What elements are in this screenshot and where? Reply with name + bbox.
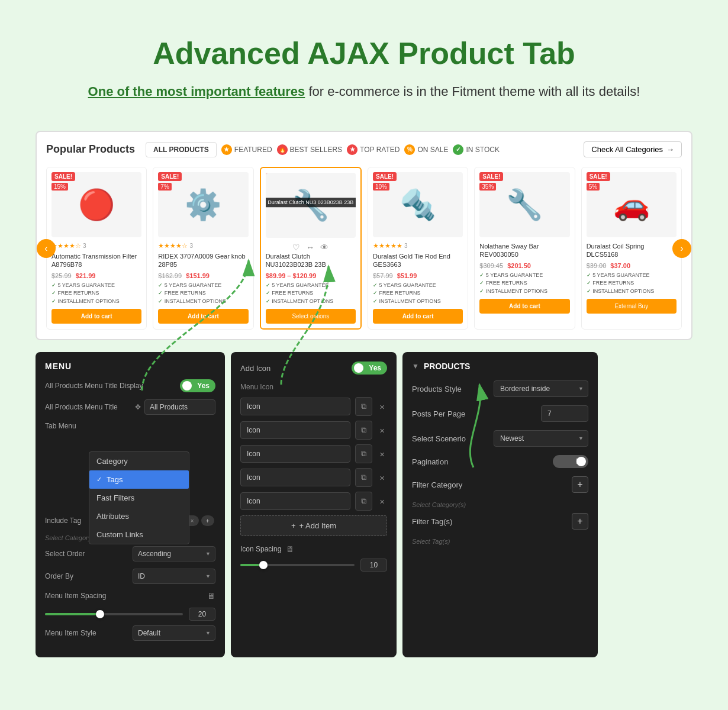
mid-panel: Add Icon Yes Menu Icon ⧉ × ⧉ × ⧉ × ⧉ × ⧉ [231,352,397,657]
icon-input-3[interactable] [240,445,350,463]
dropdown-label: Custom Links [96,530,143,539]
icon-remove-button-4[interactable]: × [377,470,387,485]
filter-tags-add-button[interactable]: + [572,513,588,530]
order-by-select[interactable]: ID Date Title [133,569,215,584]
menu-title-label: All Products Menu Title [45,403,135,411]
icon-input-5[interactable] [240,492,350,510]
tab-in-stock[interactable]: ✓ IN STOCK [453,144,499,155]
menu-icon-label: Menu Icon [240,383,387,391]
posts-per-page-input[interactable] [541,405,588,422]
main-title: Advanced AJAX Product Tab [12,36,716,71]
add-icon-row: Add Icon Yes [240,362,387,375]
in-stock-icon: ✓ [453,144,463,155]
menu-title-input[interactable] [144,399,215,415]
select-options-button[interactable]: Select options [266,309,356,324]
price-old: $39.00 [587,262,607,269]
external-buy-button[interactable]: External Buy [587,299,677,314]
filter-category-add-button[interactable]: + [572,476,588,493]
icon-input-2[interactable] [240,421,350,439]
add-to-cart-button[interactable]: Add to cart [51,309,141,324]
menu-style-select[interactable]: Default [133,625,215,641]
products-style-label: Products Style [412,385,462,393]
filter-category-row: Filter Category + [412,476,588,493]
products-style-row: Products Style Bordered inside [412,380,588,397]
tab-featured[interactable]: ★ FEATURED [221,144,272,155]
dropdown-item-custom-links[interactable]: Custom Links [89,525,189,544]
slider-thumb[interactable] [96,610,104,618]
price-new: $201.50 [507,262,531,269]
add-to-cart-button[interactable]: Add to cart [479,299,569,314]
add-icon-label: Add Icon [240,364,270,373]
product-image: 🔩 [373,172,463,237]
panels-area: MENU All Products Menu Title Display Yes… [36,352,692,657]
icon-copy-button-1[interactable]: ⧉ [355,397,372,416]
product-card-highlighted: SALE! 10% 🔧 Duralast Clutch NU3 023B023B… [260,167,362,330]
dropdown-item-attributes[interactable]: Attributes [89,507,189,525]
sale-badge: SALE! [158,172,182,181]
add-to-cart-button[interactable]: Add to cart [373,309,463,324]
pagination-toggle[interactable]: No [553,455,588,468]
compare-icon[interactable]: ↔ [306,243,314,252]
add-item-button[interactable]: + + Add Item [240,515,387,536]
tab-on-sale[interactable]: % ON SALE [404,144,448,155]
icon-input-1[interactable] [240,398,350,415]
tag-add-chip[interactable]: + [201,515,214,526]
tab-header: Popular Products ALL PRODUCTS ★ FEATURED… [46,141,682,157]
spacing-slider-track[interactable] [45,613,183,615]
move-icon: ✥ [135,403,141,411]
collapse-icon[interactable]: ▼ [412,362,419,370]
product-name: Duralast Gold Tie Rod End GES3663 [373,252,463,269]
price-old: $25.99 [51,272,72,279]
product-image: 🔧 Duralast Clutch NU3 023B023B 23B [266,173,356,238]
icon-copy-button-5[interactable]: ⧉ [355,492,372,511]
icon-copy-button-2[interactable]: ⧉ [355,421,372,440]
tab-menu-dropdown[interactable]: Category ✓ Tags Fast Filters Attributes … [89,451,189,544]
product-image: 🔴 [51,172,141,237]
price-old: $57.99 [373,272,393,279]
tag-remove-icon[interactable]: × [191,518,194,524]
product-image: 🚗 [587,172,677,237]
product-img-placeholder: 🔩 [400,188,436,222]
price-new: $37.00 [610,262,630,269]
tab-top-rated[interactable]: ★ TOP RATED [347,144,400,155]
price-old: $162.99 [158,272,182,279]
tab-all-products[interactable]: ALL PRODUCTS [146,142,217,157]
icon-slider-track[interactable] [240,564,355,566]
product-price: $57.99 $51.99 [373,272,463,279]
icon-remove-button-2[interactable]: × [377,423,387,438]
products-style-select[interactable]: Bordered inside [494,380,588,397]
wishlist-icon[interactable]: ♡ [292,243,300,252]
menu-title-row: All Products Menu Title ✥ [45,399,215,415]
dropdown-label: Category [96,457,128,466]
view-icon[interactable]: 👁 [320,243,328,252]
select-order-select[interactable]: Ascending Descending [133,546,215,561]
header-section: Advanced AJAX Product Tab One of the mos… [0,0,728,119]
products-row: SALE! 15% 🔴 ★★★★☆ 3 Automatic Transmissi… [46,167,682,330]
carousel-next-button[interactable]: › [672,239,691,258]
slider-fill [45,613,100,615]
dropdown-item-fast-filters[interactable]: Fast Filters [89,489,189,507]
dropdown-label: Attributes [96,512,129,521]
select-scenario-select[interactable]: Newest [494,430,588,447]
icon-copy-button-4[interactable]: ⧉ [355,468,372,487]
tab-best-sellers[interactable]: 🔥 BEST SELLERS [277,144,343,155]
icon-spacing-value[interactable]: 10 [360,559,387,572]
icon-copy-button-3[interactable]: ⧉ [355,444,372,463]
filter-tags-row: Filter Tag(s) + [412,513,588,530]
dropdown-item-tags[interactable]: ✓ Tags [89,470,189,489]
spacing-value[interactable]: 20 [189,608,215,621]
spacing-slider-row: 20 [45,608,215,621]
icon-remove-button-3[interactable]: × [377,447,387,462]
icon-slider-thumb[interactable] [259,561,268,569]
add-icon-toggle[interactable]: Yes [352,362,387,375]
dropdown-item-category[interactable]: Category [89,452,189,470]
check-all-categories-button[interactable]: Check All Categories → [584,141,682,157]
icon-remove-button-1[interactable]: × [377,399,387,414]
carousel-prev-button[interactable]: ‹ [37,239,56,258]
product-img-placeholder: 🔴 [78,188,115,222]
icon-input-4[interactable] [240,469,350,486]
all-products-toggle[interactable]: Yes [180,379,215,392]
add-to-cart-button[interactable]: Add to cart [158,309,248,324]
icon-remove-button-5[interactable]: × [377,494,387,509]
menu-style-label: Menu Item Style [45,629,133,637]
